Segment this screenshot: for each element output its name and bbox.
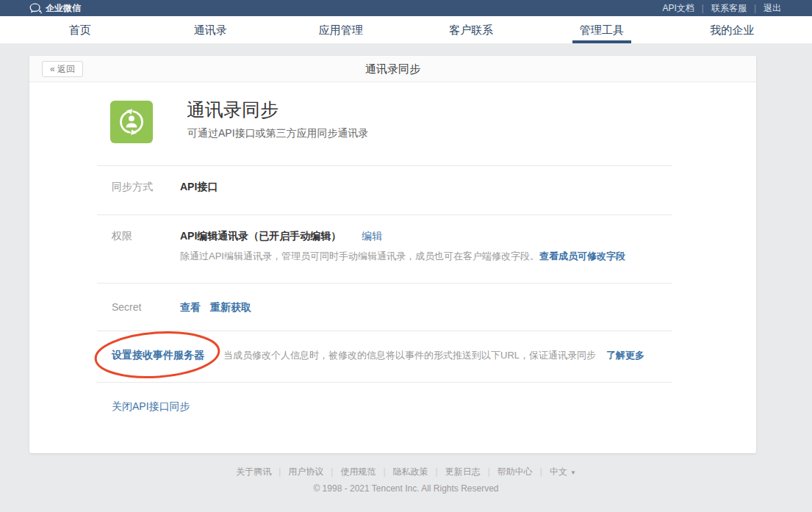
permission-edit-link[interactable]: 编辑 bbox=[362, 230, 382, 243]
secret-regen-link[interactable]: 重新获取 bbox=[210, 301, 251, 314]
footer-link-help-center[interactable]: 帮助中心 bbox=[497, 466, 550, 478]
brand-name: 企业微信 bbox=[46, 2, 81, 15]
contact-sync-card: « 返回 通讯录同步 通讯录同步 可通过API接口或第三方应用同步通讯录 同步方… bbox=[29, 56, 756, 453]
main-nav: 首页 通讯录 应用管理 客户联系 管理工具 我的企业 bbox=[0, 16, 812, 44]
view-editable-fields-link[interactable]: 查看成员可修改字段 bbox=[539, 250, 625, 262]
close-api-sync-link[interactable]: 关闭API接口同步 bbox=[112, 400, 190, 412]
set-callback-server-link[interactable]: 设置接收事件服务器 bbox=[112, 349, 204, 362]
footer-links: 关于腾讯 用户协议 使用规范 隐私政策 更新日志 帮助中心 中文▼ bbox=[236, 466, 576, 478]
secret-links: 查看 重新获取 bbox=[180, 301, 251, 314]
footer: 关于腾讯 用户协议 使用规范 隐私政策 更新日志 帮助中心 中文▼ © 1998… bbox=[0, 466, 812, 494]
app-title: 通讯录同步 bbox=[187, 98, 279, 122]
topbar-link-api-docs[interactable]: API文档 bbox=[662, 2, 711, 15]
topbar-links: API文档 联系客服 退出 bbox=[662, 2, 781, 15]
sync-method-label: 同步方式 bbox=[112, 181, 153, 194]
divider bbox=[97, 331, 672, 331]
permission-label: 权限 bbox=[112, 230, 132, 243]
nav-item-contacts[interactable]: 通讯录 bbox=[145, 16, 276, 43]
permission-desc-text: 除通过API编辑通讯录，管理员可同时手动编辑通讯录，成员也可在客户端修改字段。 bbox=[180, 250, 539, 262]
page: 企业微信 API文档 联系客服 退出 首页 通讯录 应用管理 客户联系 管理工具… bbox=[0, 0, 812, 512]
divider bbox=[97, 214, 672, 215]
nav-item-customer-relations[interactable]: 客户联系 bbox=[406, 16, 537, 43]
permission-value: API编辑通讯录（已开启手动编辑） bbox=[180, 230, 341, 243]
secret-view-link[interactable]: 查看 bbox=[180, 301, 201, 314]
secret-label: Secret bbox=[112, 301, 141, 313]
close-api-row: 关闭API接口同步 bbox=[112, 400, 190, 414]
sync-method-value: API接口 bbox=[180, 181, 218, 194]
nav-item-app-management[interactable]: 应用管理 bbox=[276, 16, 406, 43]
contact-sync-icon bbox=[110, 101, 153, 143]
nav-item-home[interactable]: 首页 bbox=[15, 16, 145, 43]
topbar-link-logout[interactable]: 退出 bbox=[764, 2, 781, 15]
topbar: 企业微信 API文档 联系客服 退出 bbox=[0, 0, 812, 16]
divider bbox=[97, 382, 672, 383]
copyright: © 1998 - 2021 Tencent Inc. All Rights Re… bbox=[0, 483, 812, 494]
divider bbox=[97, 283, 672, 284]
brand[interactable]: 企业微信 bbox=[29, 2, 81, 15]
brand-chat-bubble-icon bbox=[29, 3, 42, 14]
nav-item-my-company[interactable]: 我的企业 bbox=[667, 16, 798, 43]
caret-down-icon: ▼ bbox=[570, 469, 576, 476]
permission-desc: 除通过API编辑通讯录，管理员可同时手动编辑通讯录，成员也可在客户端修改字段。查… bbox=[180, 250, 625, 263]
callback-row: 设置接收事件服务器 当成员修改个人信息时，被修改的信息将以事件的形式推送到以下U… bbox=[112, 349, 644, 362]
learn-more-link[interactable]: 了解更多 bbox=[606, 349, 644, 362]
footer-link-privacy-policy[interactable]: 隐私政策 bbox=[393, 466, 445, 478]
footer-link-about-tencent[interactable]: 关于腾讯 bbox=[236, 466, 288, 478]
divider bbox=[97, 165, 672, 166]
callback-desc: 当成员修改个人信息时，被修改的信息将以事件的形式推送到以下URL，保证通讯录同步 bbox=[223, 349, 596, 362]
footer-link-user-agreement[interactable]: 用户协议 bbox=[288, 466, 340, 478]
language-selector[interactable]: 中文▼ bbox=[550, 466, 576, 478]
nav-item-admin-tools[interactable]: 管理工具 bbox=[536, 16, 667, 43]
permission-block: API编辑通讯录（已开启手动编辑） 编辑 除通过API编辑通讯录，管理员可同时手… bbox=[180, 230, 625, 263]
language-label: 中文 bbox=[550, 466, 567, 477]
topbar-link-contact-support[interactable]: 联系客服 bbox=[711, 2, 764, 15]
footer-link-usage-rules[interactable]: 使用规范 bbox=[340, 466, 392, 478]
card-title: 通讯录同步 bbox=[29, 56, 756, 82]
footer-link-changelog[interactable]: 更新日志 bbox=[445, 466, 497, 478]
app-subtitle: 可通过API接口或第三方应用同步通讯录 bbox=[187, 127, 369, 140]
card-header: « 返回 通讯录同步 bbox=[29, 56, 756, 82]
